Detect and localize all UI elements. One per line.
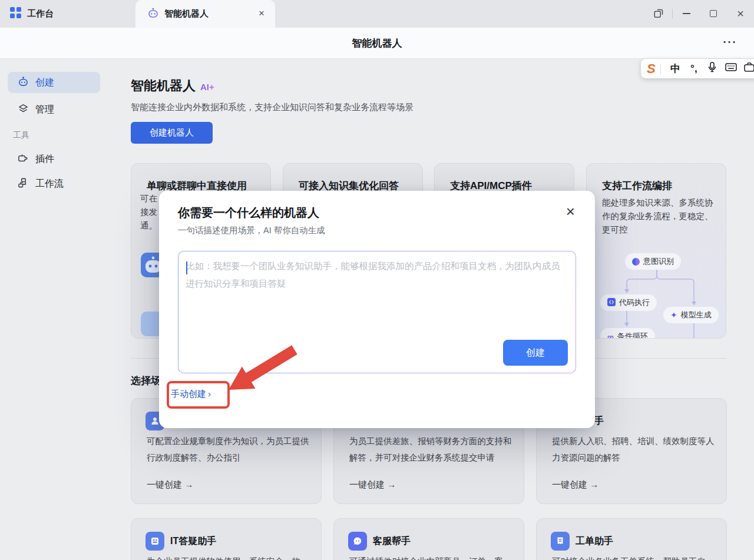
- sidebar-item-workflow[interactable]: 工作流: [8, 173, 100, 194]
- workflow-node-code: 代码执行: [600, 294, 657, 311]
- window-controls: ×: [645, 4, 754, 24]
- modal-subtitle: 一句话描述使用场景，AI 帮你自动生成: [178, 225, 325, 236]
- template-card-desc: 提供新人入职、招聘、培训、绩效制度等人力资源问题的解答: [552, 433, 715, 466]
- manual-create-link[interactable]: 手动创建›: [171, 389, 211, 400]
- bottom-card-title: 客服帮手: [373, 535, 411, 548]
- bottom-card-desc: 可通过插件对接企业内部商品、订单、客: [349, 553, 512, 560]
- main-title-row: 智能机器人AI+: [131, 77, 214, 95]
- ime-toolbar[interactable]: S 中 °,: [641, 59, 754, 78]
- section-title: 选择场: [131, 374, 161, 387]
- template-card-desc: 可配置企业规章制度作为知识，为员工提供行政制度解答、办公指引: [147, 433, 309, 466]
- bottom-card-desc: 为企业员工提供软件使用、系统安全、故: [147, 553, 309, 560]
- manual-create-label: 手动创建: [171, 389, 206, 399]
- tab-close-icon[interactable]: ×: [259, 7, 264, 20]
- bottom-card-ticket[interactable]: 工单助手 可对接企业各业务工单系统，帮助员工自: [536, 518, 727, 560]
- workflow-node-model: ✦ 模型生成: [663, 307, 719, 323]
- sidebar-item-label: 插件: [35, 153, 54, 165]
- bottom-card-title: IT答疑助手: [170, 535, 216, 548]
- prompt-textarea[interactable]: [186, 257, 568, 340]
- prompt-input-box: 创建: [178, 251, 576, 373]
- one-click-create-label: 一键创建: [552, 479, 587, 489]
- sidebar-section-tools: 工具: [13, 130, 29, 141]
- tab-bar: 工作台 智能机器人 × ×: [0, 0, 754, 28]
- main-title: 智能机器人: [131, 78, 196, 93]
- microphone-icon[interactable]: [703, 62, 722, 75]
- intent-icon: [632, 258, 640, 266]
- sidebar-item-manage[interactable]: 管理: [8, 99, 100, 120]
- maximize-button[interactable]: [700, 4, 727, 24]
- active-tab-label: 智能机器人: [164, 8, 209, 19]
- minimize-button[interactable]: [673, 4, 700, 24]
- bottom-card-desc: 可对接企业各业务工单系统，帮助员工自: [552, 553, 715, 560]
- chevron-right-icon: ›: [208, 389, 211, 399]
- popout-icon[interactable]: [645, 4, 672, 24]
- laptop-icon: [145, 532, 164, 551]
- maximize-icon: [710, 10, 717, 17]
- plugin-icon: [18, 153, 29, 166]
- arrow-right-icon: →: [590, 479, 598, 489]
- sidebar-item-label: 工作流: [35, 178, 64, 190]
- modal-title: 你需要一个什么样的机器人: [178, 205, 319, 221]
- workflow-icon: [18, 177, 29, 191]
- sidebar-item-create[interactable]: 创建: [8, 72, 100, 93]
- layers-icon: [18, 103, 29, 117]
- workflow-node-intent: 意图识别: [625, 253, 681, 270]
- arrow-right-icon: →: [184, 479, 193, 489]
- keyboard-icon[interactable]: [722, 62, 740, 75]
- robot-icon: [147, 7, 159, 21]
- modal-create-button[interactable]: 创建: [503, 340, 568, 366]
- modal-close-icon[interactable]: ×: [566, 204, 575, 219]
- ai-plus-badge: AI+: [200, 82, 214, 92]
- template-card-title: 手: [594, 415, 604, 428]
- workflow-node-loop: ∞ 条件循环: [600, 328, 655, 339]
- one-click-create-link[interactable]: 一键创建 →: [147, 479, 193, 491]
- tab-smart-robot[interactable]: 智能机器人 ×: [135, 0, 275, 28]
- workflow-node-label: 代码执行: [619, 297, 650, 308]
- sparkle-icon: ✦: [670, 311, 677, 319]
- text-cursor: [186, 261, 187, 274]
- bottom-card-it-helpdesk[interactable]: IT答疑助手 为企业员工提供软件使用、系统安全、故: [131, 518, 322, 560]
- toolbox-icon[interactable]: [740, 62, 754, 75]
- template-card-desc: 为员工提供差旅、报销等财务方面的支持和解答，并可对接企业财务系统提交申请: [349, 433, 512, 466]
- workbench-label: 工作台: [27, 8, 54, 19]
- sidebar-item-label: 创建: [35, 77, 54, 89]
- one-click-create-link[interactable]: 一键创建 →: [552, 479, 598, 491]
- one-click-create-label: 一键创建: [349, 479, 385, 489]
- grid-icon: [10, 7, 21, 21]
- arrow-right-icon: →: [387, 479, 396, 489]
- workflow-node-label: 模型生成: [681, 310, 712, 320]
- app-window: 工作台 智能机器人 × × 智能机器人 ⋯ 创建: [0, 0, 754, 560]
- one-click-create-label: 一键创建: [147, 479, 182, 489]
- bottom-card-customer-service[interactable]: 客服帮手 可通过插件对接企业内部商品、订单、客: [333, 518, 524, 560]
- workflow-node-label: 条件循环: [617, 331, 648, 339]
- one-click-create-link[interactable]: 一键创建 →: [349, 479, 396, 491]
- create-robot-button[interactable]: 创建机器人: [131, 122, 213, 144]
- infinity-icon: ∞: [607, 332, 614, 339]
- workflow-node-label: 意图识别: [643, 256, 674, 267]
- page-header: 智能机器人 ⋯: [0, 28, 754, 59]
- create-robot-modal: 你需要一个什么样的机器人 × 一句话描述使用场景，AI 帮你自动生成 创建 手动…: [159, 191, 595, 428]
- feature-card-workflow[interactable]: 支持工作流编排 能处理多知识来源、多系统协作的复杂业务流程，更稳定、更可控 意图…: [586, 163, 726, 339]
- window-close-icon: ×: [737, 8, 744, 19]
- tab-workbench[interactable]: 工作台: [0, 0, 130, 28]
- ime-language-mode[interactable]: 中: [666, 62, 684, 75]
- code-exec-icon: [607, 298, 616, 308]
- main-subtitle: 智能连接企业内外数据和系统，支持企业知识问答和复杂业务流程等场景: [131, 102, 414, 113]
- page-title: 智能机器人: [0, 37, 754, 50]
- ticket-icon: [551, 532, 570, 551]
- bottom-card-title: 工单助手: [576, 535, 613, 548]
- sogou-logo-icon[interactable]: S: [647, 60, 656, 78]
- more-menu-icon[interactable]: ⋯: [722, 34, 738, 50]
- sidebar: 创建 管理 工具 插件 工作流: [0, 59, 124, 560]
- chat-bubble-icon: [348, 532, 367, 551]
- robot-icon: [18, 76, 29, 90]
- minimize-icon: [683, 13, 690, 14]
- ime-punctuation-icon[interactable]: °,: [684, 63, 703, 75]
- sidebar-item-label: 管理: [35, 104, 54, 116]
- ime-separator: [660, 64, 661, 74]
- window-close-button[interactable]: ×: [727, 4, 754, 24]
- sidebar-item-plugins[interactable]: 插件: [8, 148, 100, 170]
